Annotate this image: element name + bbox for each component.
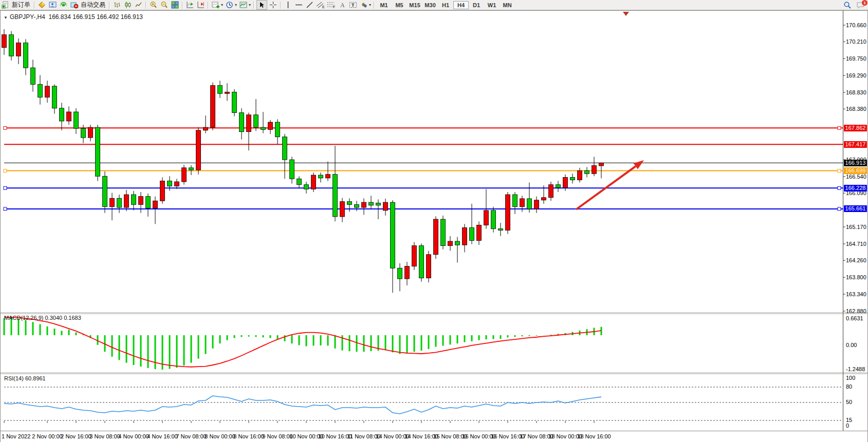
zoom-in-icon[interactable] bbox=[149, 1, 158, 9]
timeframe-m15[interactable]: M15 bbox=[407, 1, 422, 9]
line-anchor-handle[interactable] bbox=[838, 169, 841, 172]
line-anchor-handle[interactable] bbox=[838, 186, 841, 189]
line-anchor-handle[interactable] bbox=[838, 207, 841, 210]
line-anchor-handle[interactable] bbox=[4, 126, 7, 129]
price-tick-label: 168.380 bbox=[846, 106, 866, 112]
svg-text:F: F bbox=[333, 5, 335, 9]
candle-body bbox=[441, 219, 446, 246]
horizontal-line-icon[interactable] bbox=[294, 1, 304, 9]
arrows-icon[interactable] bbox=[359, 1, 368, 9]
price-level-badge: 167.862 bbox=[844, 125, 867, 131]
equidistant-channel-icon[interactable]: E bbox=[316, 1, 325, 9]
data-window-icon[interactable] bbox=[48, 1, 58, 9]
templates-dropdown-caret[interactable]: ▾ bbox=[249, 3, 251, 7]
time-axis-label: 7 Nov 08:00 bbox=[176, 433, 206, 439]
price-level-badge: 167.417 bbox=[844, 141, 867, 148]
price-tick-label: 165.170 bbox=[846, 224, 866, 230]
timeframe-d1[interactable]: D1 bbox=[469, 1, 484, 9]
trendline-icon[interactable] bbox=[305, 1, 315, 9]
candle-body bbox=[160, 181, 165, 201]
main-macd-splitter[interactable] bbox=[1, 313, 867, 313]
price-tick-label: 164.260 bbox=[846, 257, 866, 263]
time-axis-label: 18 Nov 16:00 bbox=[577, 433, 611, 439]
toolbar-separator bbox=[109, 2, 110, 9]
chart-canvas[interactable] bbox=[1, 11, 867, 442]
candle-body bbox=[527, 199, 532, 209]
line-anchor-handle[interactable] bbox=[838, 126, 841, 129]
candle-body bbox=[376, 203, 381, 205]
candle-body bbox=[110, 198, 115, 206]
fibonacci-icon[interactable]: F bbox=[326, 1, 336, 9]
candle-body bbox=[254, 115, 258, 127]
chart-shift-icon[interactable] bbox=[196, 1, 206, 9]
navigator-icon[interactable] bbox=[59, 1, 68, 9]
price-level-badge: 166.913 bbox=[844, 160, 867, 166]
cursor-icon[interactable] bbox=[256, 0, 267, 10]
zoom-out-icon[interactable] bbox=[159, 1, 169, 9]
trend-arrow-head[interactable] bbox=[634, 160, 644, 169]
candle-body bbox=[599, 163, 604, 166]
auto-scroll-icon[interactable] bbox=[185, 1, 195, 9]
candle-body bbox=[283, 137, 287, 160]
line-anchor-handle[interactable] bbox=[4, 169, 7, 172]
autotrading-icon[interactable] bbox=[69, 1, 79, 9]
candle-body bbox=[463, 228, 467, 245]
time-axis-label: 4 Nov 16:00 bbox=[147, 433, 177, 439]
periods-dropdown-caret[interactable]: ▾ bbox=[235, 3, 237, 7]
indicators-icon[interactable] bbox=[211, 1, 220, 9]
candle-body bbox=[225, 92, 230, 93]
timeframe-m5[interactable]: M5 bbox=[392, 1, 407, 9]
candle-body bbox=[2, 35, 7, 48]
candle-body bbox=[491, 210, 496, 229]
market-watch-icon[interactable] bbox=[37, 1, 47, 9]
search-icon[interactable] bbox=[842, 1, 852, 9]
trend-arrow-line[interactable] bbox=[576, 166, 636, 209]
crosshair-icon[interactable] bbox=[268, 1, 278, 9]
candle-body bbox=[434, 219, 438, 255]
toolbar-separator bbox=[280, 2, 281, 9]
candle-body bbox=[239, 112, 244, 131]
macd-axis-zero: 0.00 bbox=[846, 342, 857, 348]
tile-windows-icon[interactable] bbox=[170, 1, 180, 9]
vertical-line-icon[interactable] bbox=[283, 1, 293, 9]
line-chart-icon[interactable] bbox=[134, 1, 143, 9]
timeframe-mn[interactable]: MN bbox=[500, 1, 515, 9]
timeframe-w1[interactable]: W1 bbox=[484, 1, 500, 9]
candle-body bbox=[369, 202, 374, 205]
new-order-icon[interactable] bbox=[1, 1, 10, 9]
text-label-icon[interactable]: T bbox=[348, 1, 358, 9]
price-tick-label: 162.880 bbox=[846, 308, 866, 314]
candle-body bbox=[45, 86, 50, 97]
periods-icon[interactable] bbox=[225, 1, 234, 9]
autotrading-label[interactable]: 自动交易 bbox=[81, 1, 105, 9]
line-anchor-handle[interactable] bbox=[4, 186, 7, 189]
macd-axis-min: -1.2488 bbox=[846, 366, 865, 372]
candle-body bbox=[67, 112, 71, 121]
candle-body bbox=[304, 185, 309, 189]
time-axis-label: 4 Nov 00:00 bbox=[118, 433, 149, 439]
timeframe-m30[interactable]: M30 bbox=[422, 1, 438, 9]
timeframe-m1[interactable]: M1 bbox=[376, 1, 392, 9]
price-tick-label: 170.210 bbox=[846, 39, 866, 45]
candle-body bbox=[204, 127, 208, 130]
candle-body bbox=[340, 202, 345, 217]
notifications-icon[interactable]: 1 bbox=[856, 1, 865, 9]
macd-signal-line bbox=[4, 317, 601, 367]
macd-rsi-splitter[interactable] bbox=[1, 373, 867, 373]
indicators-dropdown-caret[interactable]: ▾ bbox=[221, 3, 223, 7]
new-order-label[interactable]: 新订单 bbox=[12, 1, 30, 9]
rsi-axis-100: 100 bbox=[846, 375, 855, 381]
timeframe-h1[interactable]: H1 bbox=[438, 1, 453, 9]
candle-body bbox=[513, 195, 518, 207]
timeframe-h4[interactable]: H4 bbox=[453, 1, 469, 9]
templates-icon[interactable] bbox=[238, 1, 248, 9]
chart-ohlc-header: ▼GBPJPY-,H4 166.834 166.915 166.492 166.… bbox=[4, 13, 143, 21]
symbol-dropdown-icon[interactable]: ▼ bbox=[4, 15, 8, 20]
candlestick-chart-icon[interactable] bbox=[123, 1, 133, 9]
bar-chart-icon[interactable] bbox=[112, 1, 122, 9]
line-anchor-handle[interactable] bbox=[4, 207, 7, 210]
price-level-badge: 166.699 bbox=[844, 167, 867, 174]
chart-shift-marker[interactable] bbox=[623, 12, 629, 16]
text-icon[interactable]: A bbox=[337, 1, 347, 9]
arrows-dropdown-caret[interactable]: ▾ bbox=[369, 3, 371, 7]
